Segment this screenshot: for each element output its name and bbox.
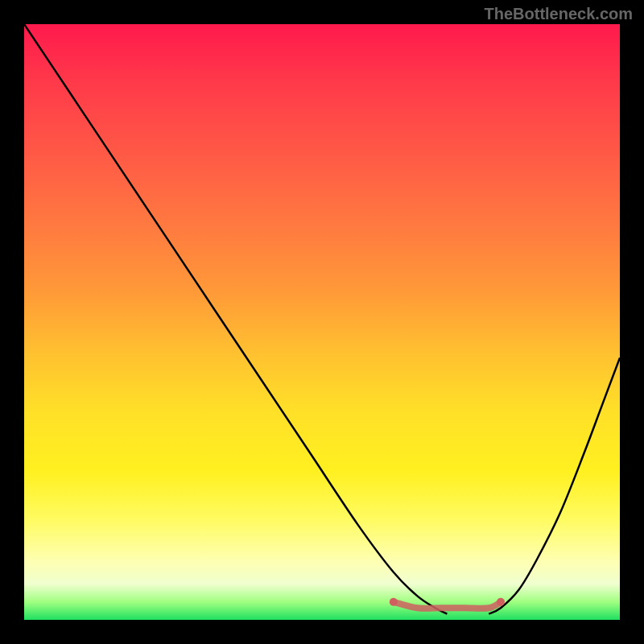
chart-plot-area bbox=[24, 24, 620, 620]
chart-svg bbox=[24, 24, 620, 620]
right-curve bbox=[489, 357, 620, 613]
attribution-text: TheBottleneck.com bbox=[485, 5, 633, 23]
optimal-band-marker bbox=[394, 602, 501, 609]
band-endpoint-left bbox=[390, 598, 398, 606]
band-endpoint-right bbox=[497, 598, 505, 606]
left-curve bbox=[24, 24, 447, 614]
